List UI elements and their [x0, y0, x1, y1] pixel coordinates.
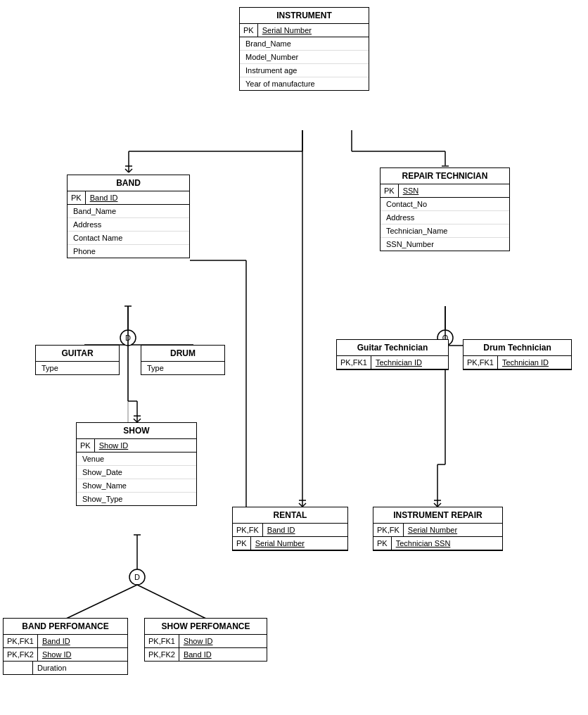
guitar-tech-title: Guitar Technician	[337, 340, 448, 356]
instrument-attr-2: Model_Number	[240, 51, 369, 64]
svg-line-36	[65, 585, 137, 619]
svg-line-4	[129, 169, 132, 172]
show-performance-title: SHOW PERFOMANCE	[145, 619, 267, 635]
instrument-title: INSTRUMENT	[240, 8, 369, 24]
drum-title: DRUM	[141, 346, 224, 362]
band-perf-pk2-label: PK,FK2	[4, 648, 38, 661]
show-attr-3: Show_Name	[77, 479, 196, 493]
band-perf-pk2-value: Show ID	[38, 648, 76, 661]
instrument-pk-value: Serial Number	[258, 24, 316, 37]
show-pk-label: PK	[77, 439, 95, 452]
band-attr-4: Phone	[68, 245, 189, 258]
instrument-attr-3: Instrument age	[240, 64, 369, 77]
show-perf-pk1-value: Show ID	[179, 635, 217, 647]
guitar-tech-pk-value: Technician ID	[371, 356, 426, 369]
band-pk-label: PK	[68, 191, 86, 204]
svg-text:D: D	[134, 573, 140, 581]
guitar-entity: GUITAR Type	[35, 345, 120, 375]
show-entity: SHOW PK Show ID Venue Show_Date Show_Nam…	[76, 422, 197, 506]
band-perf-pk3-label	[4, 662, 33, 674]
show-attr-4: Show_Type	[77, 493, 196, 505]
show-attr-1: Venue	[77, 453, 196, 466]
show-performance-entity: SHOW PERFOMANCE PK,FK1 Show ID PK,FK2 Ba…	[144, 618, 267, 662]
repair-tech-attr-2: Address	[381, 211, 509, 224]
instrument-attr-1: Brand_Name	[240, 37, 369, 51]
repair-tech-attr-1: Contact_No	[381, 198, 509, 211]
show-attr-2: Show_Date	[77, 466, 196, 479]
instr-repair-pk1-value: Serial Number	[404, 524, 461, 536]
show-title: SHOW	[77, 423, 196, 439]
band-performance-title: BAND PERFOMANCE	[4, 619, 127, 635]
rental-entity: RENTAL PK,FK Band ID PK Serial Number	[232, 507, 348, 551]
band-perf-pk1-label: PK,FK1	[4, 635, 38, 647]
instr-repair-pk2-value: Technician SSN	[392, 537, 455, 550]
drum-technician-entity: Drum Technician PK,FK1 Technician ID	[463, 339, 572, 370]
drum-tech-title: Drum Technician	[464, 340, 571, 356]
rental-pk1-label: PK,FK	[233, 524, 263, 536]
band-title: BAND	[68, 175, 189, 191]
instrument-attr-4: Year of manufacture	[240, 77, 369, 90]
svg-text:D: D	[125, 334, 131, 342]
instrument-repair-entity: INSTRUMENT REPAIR PK,FK Serial Number PK…	[373, 507, 503, 551]
rental-title: RENTAL	[233, 507, 347, 524]
band-attr-3: Contact Name	[68, 232, 189, 245]
drum-entity: DRUM Type	[141, 345, 225, 375]
instrument-pk-label: PK	[240, 24, 258, 37]
guitar-attr-1: Type	[36, 362, 119, 374]
band-perf-pk1-value: Band ID	[38, 635, 75, 647]
repair-technician-entity: REPAIR TECHNICIAN PK SSN Contact_No Addr…	[380, 167, 510, 251]
repair-tech-attr-3: Technician_Name	[381, 224, 509, 238]
guitar-tech-pk-label: PK,FK1	[337, 356, 371, 369]
guitar-technician-entity: Guitar Technician PK,FK1 Technician ID	[336, 339, 449, 370]
drum-tech-pk-label: PK,FK1	[464, 356, 498, 369]
rental-pk1-value: Band ID	[263, 524, 300, 536]
band-attr-1: Band_Name	[68, 205, 189, 218]
show-pk-value: Show ID	[95, 439, 133, 452]
instr-repair-pk2-label: PK	[373, 537, 392, 550]
band-entity: BAND PK Band ID Band_Name Address Contac…	[67, 175, 190, 258]
show-perf-pk1-label: PK,FK1	[145, 635, 179, 647]
drum-tech-pk-value: Technician ID	[498, 356, 553, 369]
repair-tech-pk-value: SSN	[399, 184, 423, 197]
svg-point-19	[120, 330, 136, 346]
svg-line-3	[125, 169, 129, 172]
rental-pk2-label: PK	[233, 537, 251, 550]
svg-line-37	[137, 585, 207, 619]
band-pk-value: Band ID	[86, 191, 122, 204]
band-attr-2: Address	[68, 218, 189, 232]
erd-diagram: D O D	[0, 0, 588, 715]
band-perf-pk3-value: Duration	[33, 662, 71, 674]
rental-pk2-value: Serial Number	[251, 537, 309, 550]
instr-repair-pk1-label: PK,FK	[373, 524, 404, 536]
drum-attr-1: Type	[141, 362, 224, 374]
repair-technician-title: REPAIR TECHNICIAN	[381, 168, 509, 184]
instrument-repair-title: INSTRUMENT REPAIR	[373, 507, 502, 524]
instrument-entity: INSTRUMENT PK Serial Number Brand_Name M…	[239, 7, 369, 91]
repair-tech-attr-4: SSN_Number	[381, 238, 509, 251]
show-perf-pk2-value: Band ID	[179, 648, 216, 661]
svg-point-34	[129, 569, 145, 585]
show-perf-pk2-label: PK,FK2	[145, 648, 179, 661]
guitar-title: GUITAR	[36, 346, 119, 362]
band-performance-entity: BAND PERFOMANCE PK,FK1 Band ID PK,FK2 Sh…	[3, 618, 128, 675]
repair-tech-pk-label: PK	[381, 184, 399, 197]
